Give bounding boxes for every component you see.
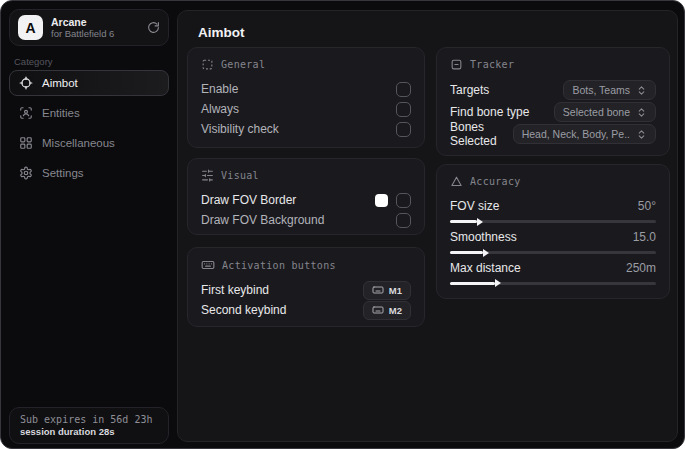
app-window: A Arcane for Battlefield 6 Category Aimb… [0,0,685,449]
unfold-icon [636,107,647,118]
main-content: Aimbot General Enable Always Visibility … [177,10,678,442]
enable-checkbox[interactable] [396,82,411,97]
app-subtitle: for Battlefield 6 [51,28,139,39]
unfold-icon [636,129,647,140]
keyboard-icon [201,258,215,272]
slider-fill[interactable] [450,251,483,254]
bones-selected-label: Bones Selected [450,120,513,148]
dashed-square-icon [201,58,214,71]
app-logo: A [18,15,43,40]
visibility-check-checkbox[interactable] [396,122,411,137]
max-distance-label: Max distance [450,261,521,275]
subscription-info: Sub expires in 56d 23h session duration … [9,407,169,444]
fov-size-value: 50° [638,199,656,213]
slider-fill[interactable] [450,282,495,285]
fov-size-label: FOV size [450,199,499,213]
page-title: Aimbot [198,25,245,40]
sidebar: A Arcane for Battlefield 6 Category Aimb… [1,1,177,448]
app-title: Arcane [51,16,139,29]
grid-icon [19,136,33,150]
keyboard-icon [372,304,384,316]
bones-selected-dropdown[interactable]: Head, Neck, Body, Pe.. [513,124,656,144]
entities-icon [19,106,33,120]
second-keybind-label: Second keybind [201,303,286,317]
sidebar-item-settings[interactable]: Settings [9,160,169,186]
logo-card: A Arcane for Battlefield 6 [9,9,169,46]
max-distance-slider[interactable] [450,282,656,285]
session-duration-text: session duration 28s [20,426,158,437]
draw-fov-background-checkbox[interactable] [396,213,411,228]
sidebar-item-label: Aimbot [42,77,78,89]
tracker-panel: Tracker Targets Bots, Teams Find bone ty… [436,47,670,156]
sidebar-nav: Aimbot Entities Miscellaneous Settings [9,70,169,186]
panel-title: Tracker [470,59,514,70]
find-bone-type-dropdown[interactable]: Selected bone [554,102,656,122]
draw-fov-border-checkbox[interactable] [396,193,411,208]
square-minus-icon [450,58,463,71]
fov-border-color-swatch[interactable] [375,194,388,207]
second-keybind-button[interactable]: M2 [363,301,411,320]
category-label: Category [14,56,53,67]
panel-title: General [221,59,265,70]
activation-buttons-panel: Activation buttons First keybind M1 Seco… [187,247,425,327]
smoothness-label: Smoothness [450,230,517,244]
crosshair-icon [19,76,33,90]
fov-size-slider[interactable] [450,220,656,223]
general-panel: General Enable Always Visibility check [187,47,425,148]
visual-panel: Visual Draw FOV Border Draw FOV Backgrou… [187,158,425,235]
always-checkbox[interactable] [396,102,411,117]
slider-fill[interactable] [450,220,477,223]
sidebar-item-aimbot[interactable]: Aimbot [9,70,169,96]
sidebar-item-label: Entities [42,107,80,119]
find-bone-type-value: Selected bone [563,106,630,118]
unfold-icon [636,85,647,96]
accuracy-panel: Accuracy FOV size 50° Smoothness 15.0 [436,164,670,299]
visibility-check-label: Visibility check [201,122,279,136]
sidebar-item-miscellaneous[interactable]: Miscellaneous [9,130,169,156]
refresh-icon[interactable] [147,21,160,34]
sidebar-item-label: Miscellaneous [42,137,115,149]
targets-label: Targets [450,83,489,97]
smoothness-value: 15.0 [633,230,656,244]
first-keybind-label: First keybind [201,283,269,297]
triangle-icon [450,175,463,188]
keyboard-icon [372,284,384,296]
keybind-value: M2 [389,305,402,316]
draw-fov-border-label: Draw FOV Border [201,193,296,207]
sub-expiry-text: Sub expires in 56d 23h [20,414,158,425]
bones-selected-value: Head, Neck, Body, Pe.. [522,128,630,140]
draw-fov-background-label: Draw FOV Background [201,213,324,227]
panel-title: Visual [221,170,259,181]
panel-title: Activation buttons [222,260,336,271]
first-keybind-button[interactable]: M1 [363,281,411,300]
enable-label: Enable [201,82,238,96]
always-label: Always [201,102,239,116]
targets-value: Bots, Teams [572,84,630,96]
panel-title: Accuracy [470,176,521,187]
find-bone-type-label: Find bone type [450,105,529,119]
sidebar-item-label: Settings [42,167,84,179]
keybind-value: M1 [389,285,402,296]
sliders-icon [201,169,214,182]
sidebar-item-entities[interactable]: Entities [9,100,169,126]
gear-icon [19,166,33,180]
max-distance-value: 250m [626,261,656,275]
smoothness-slider[interactable] [450,251,656,254]
targets-dropdown[interactable]: Bots, Teams [563,80,656,100]
